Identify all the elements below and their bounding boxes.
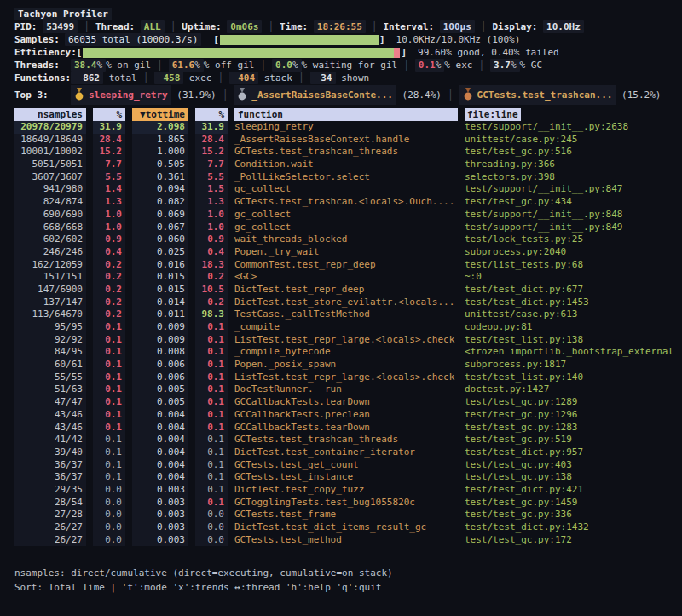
column-header-tottime-sorted[interactable]: ▼tottime — [132, 108, 188, 121]
cell-nsamples: 3607/3607 — [14, 171, 86, 184]
cell-direct-pct: 0.0 — [93, 509, 125, 521]
cell-tottime: 0.025 — [132, 246, 188, 259]
thread-value[interactable]: ALL — [141, 20, 165, 33]
cell-tottime: 0.004 — [132, 446, 188, 459]
cell-cumulative-pct: 0.9 — [195, 233, 228, 246]
cell-cumulative-pct: 0.1 — [195, 383, 228, 396]
on-gil-pct: 38.4 — [74, 60, 97, 71]
cell-direct-pct: 0.1 — [93, 334, 125, 347]
cell-direct-pct: 0.1 — [93, 471, 125, 484]
table-row[interactable]: 92/92 0.1 0.009 0.1 ListTest.test_repr_l… — [14, 334, 682, 347]
top3-item-1[interactable]: sleeping_retry — [71, 85, 171, 105]
table-row[interactable]: 113/64670 0.2 0.011 98.3 TestCase._callT… — [14, 308, 682, 321]
cell-tottime: 0.361 — [132, 171, 188, 184]
table-row[interactable]: 147/6900 0.2 0.015 10.5 DictTest.test_re… — [14, 284, 682, 296]
cell-nsamples: 5051/5051 — [14, 158, 86, 171]
table-row[interactable]: 95/95 0.1 0.009 0.1 _compile codeop.py:8… — [14, 321, 682, 334]
cell-cumulative-pct: 0.1 — [195, 334, 228, 347]
cell-direct-pct: 0.0 — [93, 497, 125, 509]
cell-tottime: 0.003 — [132, 509, 188, 521]
exc-pct: 0.1 — [419, 60, 436, 71]
top3-item-3[interactable]: GCTests.test_trashcan... — [459, 85, 616, 105]
cell-cumulative-pct: 0.1 — [195, 434, 228, 446]
table-row[interactable]: 28/54 0.0 0.003 0.1 GCTogglingTests.test… — [14, 497, 682, 509]
table-row[interactable]: 941/980 1.4 0.094 1.5 gc_collect test/su… — [14, 183, 682, 196]
table-row[interactable]: 36/37 0.1 0.004 0.1 GCTests.test_instanc… — [14, 471, 682, 484]
cell-cumulative-pct: 15.2 — [195, 146, 228, 158]
table-row[interactable]: 60/61 0.1 0.006 0.1 Popen._posix_spawn s… — [14, 359, 682, 371]
top3-item-2[interactable]: _AssertRaisesBaseConte... — [234, 85, 396, 105]
cell-nsamples: 668/668 — [14, 222, 86, 234]
cell-nsamples: 602/602 — [14, 233, 86, 246]
cell-direct-pct: 1.4 — [93, 183, 125, 196]
cell-file-line: test/support/__init__.py:2638 — [465, 121, 677, 134]
cell-function: DictTest.test_store_evilattr.<locals... — [234, 296, 458, 309]
cell-cumulative-pct: 0.1 — [195, 359, 228, 371]
top3-line: Top 3: sleeping_retry (31.9%) │ _AssertR… — [14, 85, 682, 105]
table-row[interactable]: 51/63 0.1 0.005 0.1 DocTestRunner.__run … — [14, 383, 682, 396]
table-row[interactable]: 10001/10002 15.2 1.000 15.2 GCTests.test… — [14, 146, 682, 158]
table-row[interactable]: 39/40 0.1 0.004 0.1 DictTest.test_contai… — [14, 446, 682, 459]
cell-cumulative-pct: 0.1 — [195, 497, 228, 509]
cell-tottime: 0.004 — [132, 422, 188, 435]
cell-nsamples: 162/12059 — [14, 259, 86, 272]
cell-tottime: 0.006 — [132, 359, 188, 371]
table-row[interactable]: 246/246 0.4 0.025 0.4 Popen._try_wait su… — [14, 246, 682, 259]
table-row[interactable]: 824/874 1.3 0.082 1.3 GCTests.test_trash… — [14, 196, 682, 209]
profiler-screen: Tachyon Profiler PID: 53499 │ Thread: AL… — [0, 0, 682, 595]
functions-line: Functions: 862 total │ 458 exec │ 404 st… — [14, 72, 682, 84]
cell-direct-pct: 31.9 — [93, 121, 125, 134]
table-row[interactable]: 3607/3607 5.5 0.361 5.5 _PollLikeSelecto… — [14, 171, 682, 184]
cell-file-line: test/test_gc.py:1283 — [465, 422, 677, 435]
column-header-direct-pct[interactable]: % — [93, 108, 125, 121]
cell-nsamples: 43/46 — [14, 422, 86, 435]
table-row[interactable]: 55/55 0.1 0.006 0.1 ListTest.test_repr_l… — [14, 371, 682, 384]
table-row[interactable]: 36/37 0.1 0.004 0.1 GCTests.test_get_cou… — [14, 459, 682, 472]
table-row[interactable]: 162/12059 0.2 0.016 18.3 CommonTest.test… — [14, 259, 682, 272]
cell-file-line: unittest/case.py:245 — [465, 134, 677, 147]
cell-nsamples: 95/95 — [14, 321, 86, 334]
cell-file-line: test/test_gc.py:516 — [465, 146, 677, 158]
table-row[interactable]: 41/42 0.1 0.004 0.1 GCTests.test_trashca… — [14, 434, 682, 446]
table-row[interactable]: 84/95 0.1 0.008 0.1 _compile_bytecode <f… — [14, 346, 682, 359]
column-header-file-line[interactable]: file:line — [465, 108, 521, 121]
table-row[interactable]: 43/46 0.1 0.004 0.1 GCCallbackTests.prec… — [14, 409, 682, 422]
display-value: 10.0Hz — [543, 20, 584, 33]
table-row[interactable]: 20978/20979 31.9 2.098 31.9 sleeping_ret… — [14, 121, 682, 134]
cell-cumulative-pct: 1.5 — [195, 183, 228, 196]
column-header-nsamples[interactable]: nsamples — [14, 108, 86, 121]
cell-cumulative-pct: 0.2 — [195, 296, 228, 309]
table-row[interactable]: 43/46 0.1 0.004 0.1 GCCallbackTests.tear… — [14, 422, 682, 435]
samples-line: Samples: 66035 total (10000.3/s) [] 10.0… — [14, 33, 682, 46]
table-row[interactable]: 151/151 0.2 0.015 0.2 <GC> ~:0 — [14, 271, 682, 284]
cell-file-line: test/test_gc.py:172 — [465, 534, 677, 547]
cell-direct-pct: 0.2 — [93, 284, 125, 296]
cell-function: ListTest.test_repr_large.<locals>.check — [234, 371, 458, 384]
table-row[interactable]: 668/668 1.0 0.067 1.0 gc_collect test/su… — [14, 222, 682, 234]
cell-direct-pct: 0.1 — [93, 346, 125, 359]
cell-tottime: 0.082 — [132, 196, 188, 209]
table-row[interactable]: 29/35 0.0 0.003 0.1 DictTest.test_copy_f… — [14, 484, 682, 497]
cell-direct-pct: 0.9 — [93, 233, 125, 246]
table-row[interactable]: 26/27 0.0 0.003 0.0 GCTests.test_method … — [14, 534, 682, 547]
cell-file-line: test/test_gc.py:1459 — [465, 497, 677, 509]
cell-nsamples: 824/874 — [14, 196, 86, 209]
table-row[interactable]: 602/602 0.9 0.060 0.9 wait_threads_block… — [14, 233, 682, 246]
table-row[interactable]: 18649/18649 28.4 1.865 28.4 _AssertRaise… — [14, 134, 682, 147]
table-row[interactable]: 47/47 0.1 0.005 0.1 GCCallbackTests.tear… — [14, 396, 682, 409]
cell-nsamples: 26/27 — [14, 521, 86, 534]
cell-cumulative-pct: 0.0 — [195, 509, 228, 521]
cell-function: DictTest.test_container_iterator — [234, 446, 458, 459]
table-row[interactable]: 690/690 1.0 0.069 1.0 gc_collect test/su… — [14, 209, 682, 222]
table-row[interactable]: 26/27 0.0 0.003 0.0 DictTest.test_dict_i… — [14, 521, 682, 534]
cell-file-line: unittest/case.py:613 — [465, 308, 677, 321]
table-row[interactable]: 27/28 0.0 0.003 0.0 GCTests.test_frame t… — [14, 509, 682, 521]
cell-nsamples: 18649/18649 — [14, 134, 86, 147]
cell-function: <GC> — [234, 271, 458, 284]
column-header-cumulative-pct[interactable]: % — [195, 108, 228, 121]
cell-function: GCTests.test_trashcan.<locals>.Ouch.... — [234, 196, 458, 209]
table-row[interactable]: 5051/5051 7.7 0.505 7.7 Condition.wait t… — [14, 158, 682, 171]
table-row[interactable]: 137/147 0.2 0.014 0.2 DictTest.test_stor… — [14, 296, 682, 309]
column-header-function[interactable]: function — [234, 108, 458, 121]
cell-tottime: 0.005 — [132, 396, 188, 409]
